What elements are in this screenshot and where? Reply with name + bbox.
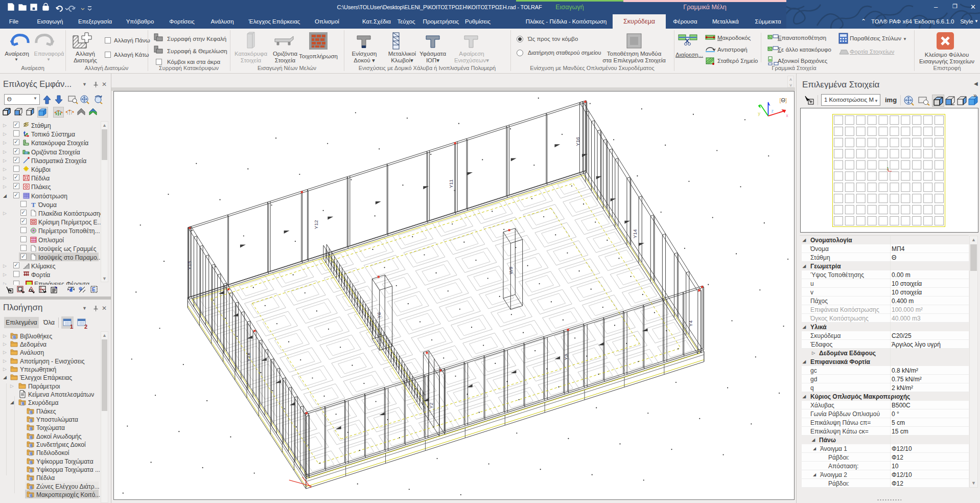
svg-text:B: B xyxy=(30,452,33,455)
svg-text:Y14: Y14 xyxy=(632,229,638,238)
svg-text:y: y xyxy=(758,111,761,116)
svg-text:Y16: Y16 xyxy=(575,136,580,146)
svg-text:B: B xyxy=(30,477,33,481)
svg-text:Y6: Y6 xyxy=(376,312,382,318)
svg-text:B: B xyxy=(30,494,33,497)
svg-text:z: z xyxy=(771,108,774,113)
svg-text:Y15: Y15 xyxy=(186,261,192,270)
svg-text:[Θ]: [Θ] xyxy=(779,97,787,103)
svg-text:B: B xyxy=(30,486,33,489)
svg-text:Y4: Y4 xyxy=(688,320,693,327)
svg-text:E: E xyxy=(92,287,96,292)
svg-text:Y13: Y13 xyxy=(246,352,251,361)
svg-text:W9: W9 xyxy=(508,266,514,274)
svg-text:Y12: Y12 xyxy=(313,220,319,229)
svg-text:B: B xyxy=(30,461,33,464)
svg-text:Y3: Y3 xyxy=(563,354,569,360)
svg-text:x: x xyxy=(786,113,788,118)
svg-text:B: B xyxy=(30,427,33,430)
svg-text:Y2: Y2 xyxy=(428,402,434,409)
svg-text:B: B xyxy=(13,335,16,339)
svg-text:B: B xyxy=(30,469,33,472)
svg-text:B: B xyxy=(30,444,33,447)
svg-text:d: d xyxy=(69,287,73,292)
svg-text:B: B xyxy=(30,419,33,422)
svg-text:B: B xyxy=(22,402,25,405)
svg-text:Y11: Y11 xyxy=(448,179,454,188)
svg-text:B: B xyxy=(30,436,33,439)
svg-text:B: B xyxy=(30,410,33,414)
svg-text:T: T xyxy=(31,201,36,208)
